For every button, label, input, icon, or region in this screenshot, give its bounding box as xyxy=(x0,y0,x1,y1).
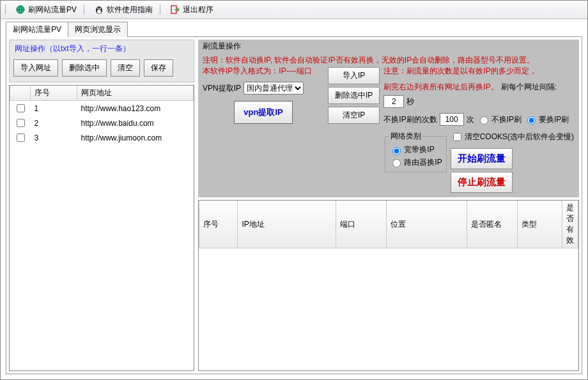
row-url: http://www.hao123.com xyxy=(77,101,194,116)
clear-url-button[interactable]: 清空 xyxy=(111,59,140,77)
radio-nochange[interactable]: 不换IP刷 xyxy=(477,114,522,125)
row-checkbox[interactable] xyxy=(17,119,25,127)
tab-browse[interactable]: 网页浏览显示 xyxy=(68,22,128,37)
clear-ip-button[interactable]: 清空IP xyxy=(328,107,380,124)
interval-label-pre: 刷每个网址间隔: xyxy=(501,82,557,93)
ip-table-container: 序号 IP地址 端口 位置 是否匿名 类型 是否有效 xyxy=(198,200,579,371)
table-row[interactable]: 3http://www.jiumoon.com xyxy=(10,130,194,145)
ip-col-type[interactable]: 类型 xyxy=(518,201,562,248)
interval-input[interactable] xyxy=(383,95,404,108)
tab-pv[interactable]: 刷网站流量PV xyxy=(6,22,68,37)
url-table: 序号 网页地址 1http://www.hao123.com2http://ww… xyxy=(10,86,194,145)
exit-icon xyxy=(170,4,180,15)
url-col-seq[interactable]: 序号 xyxy=(31,86,77,101)
toolbar-exit-label: 退出程序 xyxy=(183,4,213,15)
ip-col-port[interactable]: 端口 xyxy=(336,201,387,248)
note-line: 注明：软件自动换IP, 软件会自动验证IP否有效再换，无效的IP会自动删除，路由… xyxy=(203,55,534,66)
stop-button[interactable]: 停止刷流量 xyxy=(451,172,513,193)
vpn-label: VPN提取IP xyxy=(203,83,241,94)
radio-broadband[interactable]: 宽带换IP xyxy=(389,144,434,155)
toolbar-pv-label: 刷网站流量PV xyxy=(28,4,77,15)
row-seq: 1 xyxy=(31,101,77,116)
url-group-title: 网址操作（以txt导入，一行一条） xyxy=(13,43,132,54)
format-line: 本软件IP导入格式为：IP----端口 xyxy=(203,66,312,75)
delete-selected-url-button[interactable]: 删除选中 xyxy=(62,59,107,77)
network-type-group: 网络类别 宽带换IP 路由器换IP xyxy=(385,131,446,172)
penguin-icon xyxy=(94,4,104,15)
traffic-ops-group: 刷流量操作 注明：软件自动换IP, 软件会自动验证IP否有效再换，无效的IP会自… xyxy=(198,40,579,197)
nochange-count-input[interactable] xyxy=(440,113,464,126)
start-button[interactable]: 开始刷流量 xyxy=(451,148,513,169)
toolbar-exit-button[interactable]: 退出程序 xyxy=(166,3,217,17)
table-row[interactable]: 1http://www.hao123.com xyxy=(10,101,194,116)
ip-col-valid[interactable]: 是否有效 xyxy=(562,201,578,248)
row-seq: 2 xyxy=(31,116,77,130)
url-table-container: 序号 网页地址 1http://www.hao123.com2http://ww… xyxy=(9,85,194,371)
globe-icon xyxy=(15,4,26,15)
table-row[interactable]: 2http://www.baidu.com xyxy=(10,116,194,130)
import-ip-button[interactable]: 导入IP xyxy=(328,67,380,84)
row-checkbox[interactable] xyxy=(17,133,25,142)
warn-line2: 刷完右边列表所有网址后再换IP。 xyxy=(383,82,498,93)
clear-cooks-checkbox[interactable]: 清空COOKS(选中后软件会变慢) xyxy=(451,131,575,143)
radio-change[interactable]: 要换IP刷 xyxy=(524,114,569,125)
ip-table: 序号 IP地址 端口 位置 是否匿名 类型 是否有效 xyxy=(199,201,578,248)
tab-strip: 刷网站流量PV 网页浏览显示 xyxy=(6,23,582,37)
row-url: http://www.baidu.com xyxy=(77,116,194,130)
network-type-legend: 网络类别 xyxy=(389,131,422,142)
vpn-select[interactable]: 国内普通代理 xyxy=(244,82,304,95)
row-seq: 3 xyxy=(31,130,77,145)
ip-col-ip[interactable]: IP地址 xyxy=(238,201,336,248)
row-checkbox[interactable] xyxy=(17,104,25,112)
save-url-button[interactable]: 保存 xyxy=(144,59,173,77)
nochange-post: 次 xyxy=(467,114,474,125)
svg-point-6 xyxy=(100,8,100,9)
nochange-pre: 不换IP刷的次数 xyxy=(383,114,437,125)
warn-line: 注意：刷流量的次数是以有效IP的多少而定， xyxy=(383,66,536,75)
toolbar-guide-label: 软件使用指南 xyxy=(107,4,153,15)
url-ops-group: 网址操作（以txt导入，一行一条） 导入网址 删除选中 清空 保存 xyxy=(9,40,194,82)
row-url: http://www.jiumoon.com xyxy=(77,130,194,145)
toolbar-pv-button[interactable]: 刷网站流量PV xyxy=(12,3,81,17)
main-toolbar: 刷网站流量PV 软件使用指南 退出程序 xyxy=(1,1,587,19)
ip-col-anon[interactable]: 是否匿名 xyxy=(467,201,518,248)
url-col-url[interactable]: 网页地址 xyxy=(77,86,194,101)
vpn-extract-button[interactable]: vpn提取IP xyxy=(234,101,292,124)
interval-label-post: 秒 xyxy=(406,96,414,107)
svg-point-5 xyxy=(98,8,98,9)
radio-router[interactable]: 路由器换IP xyxy=(389,157,442,168)
toolbar-guide-button[interactable]: 软件使用指南 xyxy=(90,3,157,17)
ip-col-seq[interactable]: 序号 xyxy=(199,201,238,248)
traffic-group-title: 刷流量操作 xyxy=(203,42,241,50)
import-url-button[interactable]: 导入网址 xyxy=(13,59,58,77)
delete-ip-button[interactable]: 删除选中IP xyxy=(328,87,380,104)
ip-col-loc[interactable]: 位置 xyxy=(387,201,467,248)
